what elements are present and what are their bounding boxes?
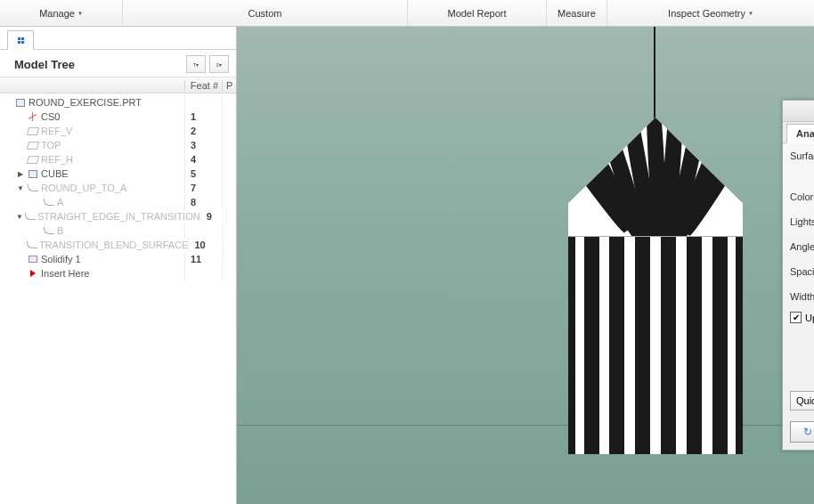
tree-icon	[18, 37, 24, 44]
angle-label: Angle	[790, 241, 814, 252]
ribbon: Manage▼ Custom Model Report Measure Insp…	[0, 0, 814, 27]
model-body	[568, 237, 743, 454]
ribbon-inspect-geometry[interactable]: Inspect Geometry▼	[607, 0, 814, 26]
tree-item-label: REF_H	[41, 154, 73, 165]
feat-number	[184, 266, 222, 280]
tree-list: ROUND_EXERCISE.PRT CS01REF_V2TOP3REF_H4▶…	[0, 93, 236, 504]
curve-icon	[28, 184, 38, 191]
datum-plane-icon	[27, 142, 39, 150]
tree-item-label: REF_V	[41, 126, 72, 136]
tree-item-label: TRANSITION_BLEND_SURFACE	[39, 240, 188, 250]
curve-icon	[44, 227, 54, 234]
insert-here-icon	[30, 270, 36, 277]
repeat-button[interactable]: ↻	[790, 421, 814, 443]
tree-item-label: Solidify 1	[41, 254, 81, 264]
column-header: Feat # P	[0, 77, 236, 93]
feat-number: 2	[184, 124, 222, 138]
model-tree-title: Model Tree	[14, 58, 75, 71]
tree-item-label: B	[57, 225, 63, 236]
tree-row[interactable]: CS01	[0, 110, 236, 124]
feat-number: 4	[184, 152, 222, 167]
tree-item-label: STRAIGHT_EDGE_IN_TRANSITION	[37, 211, 200, 222]
feat-number: 1	[184, 110, 222, 124]
model-roof	[568, 118, 743, 237]
feat-number: 7	[184, 181, 222, 195]
color-label: Color	[790, 191, 814, 202]
tree-item-label: TOP	[41, 140, 61, 150]
tree-row[interactable]: Insert Here	[0, 266, 236, 280]
part-icon	[16, 99, 25, 107]
tree-display-button[interactable]: ≡▾	[209, 55, 229, 73]
pole	[654, 27, 655, 121]
feat-number: 11	[184, 252, 222, 266]
mode-dropdown[interactable]: Quick▼	[790, 391, 814, 411]
tree-row[interactable]: Solidify 111	[0, 252, 236, 266]
tree-tab[interactable]	[7, 30, 34, 50]
feat-number: 3	[184, 138, 222, 152]
tree-item-label: Insert Here	[41, 268, 89, 279]
reflection-dialog: Reflection ✕ Analysis Surface Surf:F11(S…	[782, 100, 814, 451]
tree-row[interactable]: REF_V2	[0, 124, 236, 138]
ribbon-model-report[interactable]: Model Report	[408, 0, 547, 26]
tree-row[interactable]: B	[0, 224, 236, 238]
chevron-down-icon: ▼	[77, 11, 83, 16]
tree-row[interactable]: ▼STRAIGHT_EDGE_IN_TRANSITION9	[0, 209, 236, 224]
solidify-icon	[28, 256, 37, 263]
ribbon-manage[interactable]: Manage▼	[0, 0, 123, 26]
feat-number: 10	[188, 238, 223, 252]
surface-label: Surface	[790, 150, 814, 161]
tree-item-label: A	[57, 197, 63, 207]
curve-icon	[25, 213, 36, 220]
spacing-label: Spacing	[790, 266, 814, 277]
tree-item-label: CUBE	[41, 168, 69, 179]
feat-number: 5	[184, 167, 222, 181]
dialog-title: Reflection ✕	[783, 101, 814, 122]
csys-icon	[28, 111, 38, 122]
tree-row[interactable]: REF_H4	[0, 152, 236, 167]
tree-row[interactable]: A8	[0, 195, 236, 209]
tree-settings-button[interactable]: T▾	[186, 55, 206, 73]
datum-plane-icon	[27, 127, 39, 135]
feat-number: 9	[200, 209, 227, 224]
tree-item-label: ROUND_UP_TO_A	[41, 183, 126, 193]
width-label: Width	[790, 291, 814, 302]
curve-icon	[44, 199, 54, 206]
update-checkbox[interactable]: ✔	[790, 312, 802, 323]
tree-item-label: CS0	[41, 111, 60, 122]
viewport[interactable]: Reflection ✕ Analysis Surface Surf:F11(S…	[237, 27, 814, 504]
tree-root[interactable]: ROUND_EXERCISE.PRT	[0, 95, 236, 110]
curve-icon	[27, 241, 37, 248]
tree-row[interactable]: ▶CUBE5	[0, 167, 236, 181]
ribbon-custom[interactable]: Custom	[123, 0, 408, 26]
feat-number: 8	[184, 195, 222, 209]
feat-number	[184, 224, 222, 238]
model-tree-panel: Model Tree T▾ ≡▾ Feat # P ROUND_EXERCISE…	[0, 27, 237, 504]
update-label: Update	[805, 313, 814, 323]
tree-row[interactable]: ▼ROUND_UP_TO_A7	[0, 181, 236, 195]
datum-plane-icon	[27, 156, 39, 164]
tab-analysis[interactable]: Analysis	[786, 124, 814, 143]
lights-label: Lights	[790, 216, 814, 227]
tree-row[interactable]: TOP3	[0, 138, 236, 152]
left-tabbar	[0, 27, 236, 50]
feature-icon	[28, 170, 37, 178]
chevron-down-icon: ▼	[748, 11, 753, 16]
ribbon-measure[interactable]: Measure	[547, 0, 607, 26]
tree-row[interactable]: TRANSITION_BLEND_SURFACE10	[0, 238, 236, 252]
